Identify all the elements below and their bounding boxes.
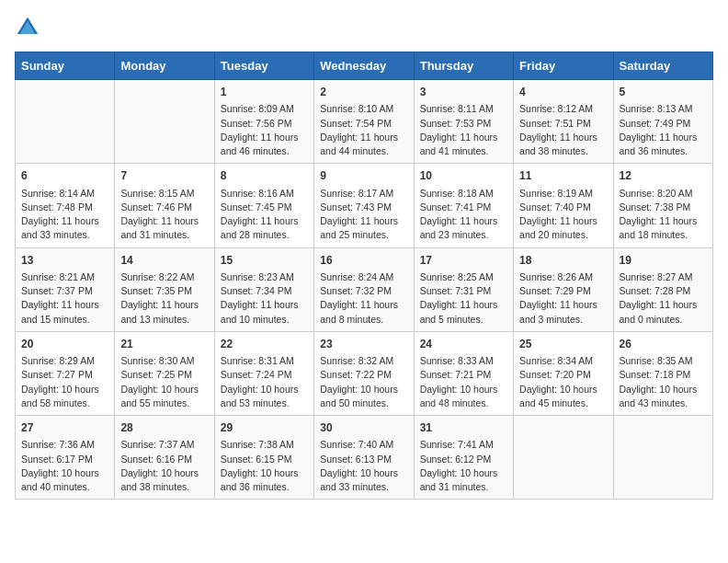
day-info: Sunrise: 7:37 AMSunset: 6:16 PMDaylight:…	[120, 438, 208, 494]
day-number: 14	[120, 253, 208, 269]
calendar-cell: 18Sunrise: 8:26 AMSunset: 7:29 PMDayligh…	[514, 247, 613, 331]
day-info: Sunrise: 8:16 AMSunset: 7:45 PMDaylight:…	[221, 187, 308, 243]
calendar-week-row: 13Sunrise: 8:21 AMSunset: 7:37 PMDayligh…	[16, 247, 713, 331]
day-number: 28	[120, 420, 208, 436]
weekday-header-thursday: Thursday	[414, 52, 513, 80]
day-info: Sunrise: 8:20 AMSunset: 7:38 PMDaylight:…	[620, 187, 707, 243]
day-info: Sunrise: 8:22 AMSunset: 7:35 PMDaylight:…	[120, 270, 208, 327]
calendar-cell: 15Sunrise: 8:23 AMSunset: 7:34 PMDayligh…	[214, 247, 313, 331]
weekday-header-monday: Monday	[115, 52, 214, 80]
calendar-cell: 9Sunrise: 8:17 AMSunset: 7:43 PMDaylight…	[314, 164, 414, 247]
calendar-week-row: 20Sunrise: 8:29 AMSunset: 7:27 PMDayligh…	[16, 331, 713, 415]
day-info: Sunrise: 7:36 AMSunset: 6:17 PMDaylight:…	[21, 438, 108, 494]
calendar-cell: 4Sunrise: 8:12 AMSunset: 7:51 PMDaylight…	[514, 80, 613, 164]
day-number: 7	[120, 168, 208, 184]
calendar-table: SundayMondayTuesdayWednesdayThursdayFrid…	[15, 52, 713, 500]
day-info: Sunrise: 8:21 AMSunset: 7:37 PMDaylight:…	[21, 270, 108, 327]
calendar-cell: 28Sunrise: 7:37 AMSunset: 6:16 PMDayligh…	[115, 416, 214, 500]
calendar-cell: 19Sunrise: 8:27 AMSunset: 7:28 PMDayligh…	[613, 247, 712, 331]
day-number: 6	[21, 168, 108, 184]
calendar-cell: 3Sunrise: 8:11 AMSunset: 7:53 PMDaylight…	[414, 80, 513, 164]
day-info: Sunrise: 8:11 AMSunset: 7:53 PMDaylight:…	[420, 102, 507, 158]
calendar-cell: 26Sunrise: 8:35 AMSunset: 7:18 PMDayligh…	[613, 331, 712, 415]
day-info: Sunrise: 8:33 AMSunset: 7:21 PMDaylight:…	[420, 354, 507, 410]
day-info: Sunrise: 7:40 AMSunset: 6:13 PMDaylight:…	[320, 438, 407, 494]
day-info: Sunrise: 8:25 AMSunset: 7:31 PMDaylight:…	[420, 270, 507, 327]
weekday-header-tuesday: Tuesday	[214, 52, 313, 80]
day-info: Sunrise: 8:15 AMSunset: 7:46 PMDaylight:…	[120, 187, 208, 243]
calendar-cell: 13Sunrise: 8:21 AMSunset: 7:37 PMDayligh…	[16, 247, 115, 331]
header	[15, 15, 713, 40]
calendar-cell: 11Sunrise: 8:19 AMSunset: 7:40 PMDayligh…	[514, 164, 613, 247]
day-info: Sunrise: 8:09 AMSunset: 7:56 PMDaylight:…	[221, 102, 308, 158]
calendar-cell: 25Sunrise: 8:34 AMSunset: 7:20 PMDayligh…	[514, 331, 613, 415]
day-number: 11	[519, 168, 607, 184]
day-number: 18	[519, 253, 607, 269]
weekday-header-wednesday: Wednesday	[314, 52, 414, 80]
calendar-cell: 8Sunrise: 8:16 AMSunset: 7:45 PMDaylight…	[214, 164, 313, 247]
calendar-cell: 24Sunrise: 8:33 AMSunset: 7:21 PMDayligh…	[414, 331, 513, 415]
calendar-cell: 22Sunrise: 8:31 AMSunset: 7:24 PMDayligh…	[214, 331, 313, 415]
day-info: Sunrise: 8:34 AMSunset: 7:20 PMDaylight:…	[519, 354, 607, 410]
logo-icon	[15, 15, 40, 40]
calendar-cell: 7Sunrise: 8:15 AMSunset: 7:46 PMDaylight…	[115, 164, 214, 247]
day-number: 2	[320, 85, 407, 100]
day-number: 19	[620, 253, 707, 269]
calendar-cell: 31Sunrise: 7:41 AMSunset: 6:12 PMDayligh…	[414, 416, 513, 500]
calendar-cell: 2Sunrise: 8:10 AMSunset: 7:54 PMDaylight…	[314, 80, 414, 164]
day-number: 5	[620, 85, 707, 100]
day-info: Sunrise: 8:31 AMSunset: 7:24 PMDaylight:…	[221, 354, 308, 410]
day-number: 31	[420, 420, 507, 436]
day-info: Sunrise: 8:17 AMSunset: 7:43 PMDaylight:…	[320, 187, 407, 243]
calendar-cell: 6Sunrise: 8:14 AMSunset: 7:48 PMDaylight…	[16, 164, 115, 247]
day-info: Sunrise: 8:26 AMSunset: 7:29 PMDaylight:…	[519, 270, 607, 327]
logo	[15, 15, 44, 40]
day-info: Sunrise: 8:12 AMSunset: 7:51 PMDaylight:…	[519, 102, 607, 158]
calendar-cell	[115, 80, 214, 164]
day-info: Sunrise: 8:27 AMSunset: 7:28 PMDaylight:…	[620, 270, 707, 327]
calendar-cell: 21Sunrise: 8:30 AMSunset: 7:25 PMDayligh…	[115, 331, 214, 415]
day-number: 9	[320, 168, 407, 184]
calendar-cell: 16Sunrise: 8:24 AMSunset: 7:32 PMDayligh…	[314, 247, 414, 331]
calendar-cell: 1Sunrise: 8:09 AMSunset: 7:56 PMDaylight…	[214, 80, 313, 164]
day-number: 16	[320, 253, 407, 269]
calendar-cell	[16, 80, 115, 164]
day-number: 13	[21, 253, 108, 269]
day-info: Sunrise: 7:41 AMSunset: 6:12 PMDaylight:…	[420, 438, 507, 494]
calendar-week-row: 27Sunrise: 7:36 AMSunset: 6:17 PMDayligh…	[16, 416, 713, 500]
day-number: 25	[519, 337, 607, 352]
weekday-header-row: SundayMondayTuesdayWednesdayThursdayFrid…	[16, 52, 713, 80]
day-number: 12	[620, 168, 707, 184]
day-number: 8	[221, 168, 308, 184]
day-number: 30	[320, 420, 407, 436]
day-number: 15	[221, 253, 308, 269]
day-info: Sunrise: 8:32 AMSunset: 7:22 PMDaylight:…	[320, 354, 407, 410]
day-info: Sunrise: 8:13 AMSunset: 7:49 PMDaylight:…	[620, 102, 707, 158]
day-number: 24	[420, 337, 507, 352]
weekday-header-friday: Friday	[514, 52, 613, 80]
day-info: Sunrise: 8:18 AMSunset: 7:41 PMDaylight:…	[420, 187, 507, 243]
day-info: Sunrise: 8:29 AMSunset: 7:27 PMDaylight:…	[21, 354, 108, 410]
day-info: Sunrise: 8:35 AMSunset: 7:18 PMDaylight:…	[620, 354, 707, 410]
day-number: 1	[221, 85, 308, 100]
day-number: 23	[320, 337, 407, 352]
calendar-cell: 14Sunrise: 8:22 AMSunset: 7:35 PMDayligh…	[115, 247, 214, 331]
day-number: 22	[221, 337, 308, 352]
calendar-cell	[514, 416, 613, 500]
day-info: Sunrise: 8:23 AMSunset: 7:34 PMDaylight:…	[221, 270, 308, 327]
calendar-week-row: 6Sunrise: 8:14 AMSunset: 7:48 PMDaylight…	[16, 164, 713, 247]
calendar-week-row: 1Sunrise: 8:09 AMSunset: 7:56 PMDaylight…	[16, 80, 713, 164]
day-number: 17	[420, 253, 507, 269]
day-info: Sunrise: 8:24 AMSunset: 7:32 PMDaylight:…	[320, 270, 407, 327]
calendar-cell: 30Sunrise: 7:40 AMSunset: 6:13 PMDayligh…	[314, 416, 414, 500]
calendar-cell: 17Sunrise: 8:25 AMSunset: 7:31 PMDayligh…	[414, 247, 513, 331]
day-info: Sunrise: 8:14 AMSunset: 7:48 PMDaylight:…	[21, 187, 108, 243]
day-info: Sunrise: 8:30 AMSunset: 7:25 PMDaylight:…	[120, 354, 208, 410]
weekday-header-sunday: Sunday	[16, 52, 115, 80]
day-number: 26	[620, 337, 707, 352]
day-number: 29	[221, 420, 308, 436]
calendar-cell: 5Sunrise: 8:13 AMSunset: 7:49 PMDaylight…	[613, 80, 712, 164]
calendar-cell	[613, 416, 712, 500]
day-number: 10	[420, 168, 507, 184]
day-number: 21	[120, 337, 208, 352]
